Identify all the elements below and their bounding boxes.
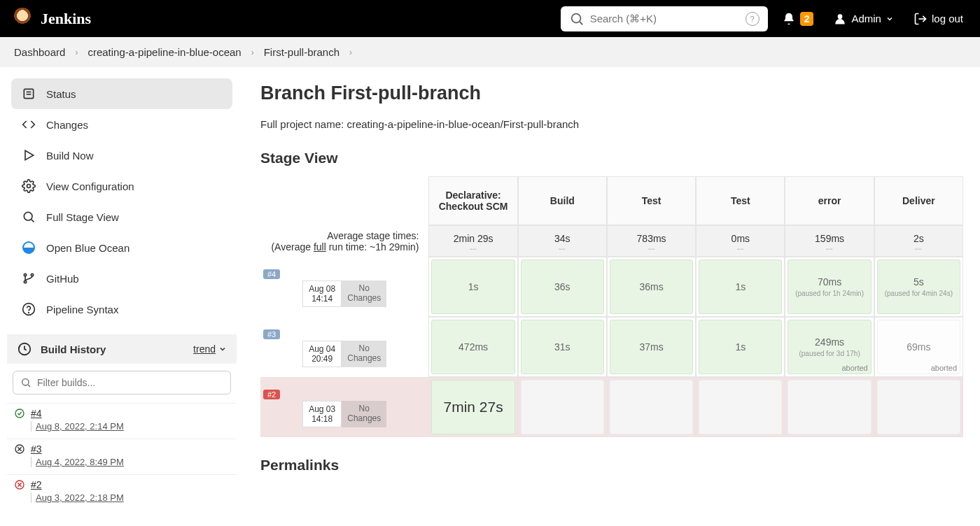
stage-cell[interactable]: 36ms	[607, 257, 696, 317]
average-row: Average stage times: (Average full run t…	[260, 225, 963, 257]
stage-cell[interactable]: 36s	[518, 257, 607, 317]
logout-button[interactable]: log out	[908, 12, 969, 26]
stage-header: Declarative: Checkout SCM	[428, 176, 517, 225]
breadcrumb-project[interactable]: creating-a-pipeline-in-blue-ocean	[88, 46, 241, 58]
avg-cell: 34s⎯⎯	[518, 225, 607, 257]
chevron-right-icon: ›	[251, 48, 254, 57]
stage-cell[interactable]	[696, 377, 785, 437]
user-menu[interactable]: Admin	[827, 12, 899, 26]
page-title: Branch First-pull-branch	[260, 83, 963, 104]
stage-cell[interactable]	[607, 377, 696, 437]
code-icon	[21, 117, 36, 132]
stage-run-row[interactable]: #3 Aug 0420:49NoChanges472ms31s37ms1s249…	[260, 317, 963, 377]
avg-cell: 159ms⎯⎯	[785, 225, 874, 257]
build-history-icon	[17, 341, 32, 357]
sidebar: Status Changes Build Now View Configurat…	[0, 67, 244, 521]
git-branch-icon	[21, 271, 36, 286]
build-date[interactable]: Aug 3, 2022, 2:18 PM	[31, 492, 230, 503]
sidebar-item-status[interactable]: Status	[11, 78, 232, 109]
sidebar-item-changes[interactable]: Changes	[11, 109, 232, 140]
build-history-row[interactable]: #3 Aug 4, 2022, 8:49 PM	[7, 439, 237, 474]
avg-label: Average stage times: (Average full run t…	[260, 225, 428, 257]
notifications-button[interactable]: 2	[776, 12, 820, 26]
stage-cell[interactable]: 1s	[696, 257, 785, 317]
run-label-cell[interactable]: #4 Aug 0814:14NoChanges	[260, 257, 428, 317]
stage-cell[interactable]: 472ms	[428, 317, 517, 377]
build-badge: #4	[263, 269, 280, 279]
stage-cell[interactable]: 31s	[518, 317, 607, 377]
stage-cell[interactable]: 7min 27s	[428, 377, 517, 437]
run-label-cell[interactable]: #2 Aug 0314:18NoChanges	[260, 377, 428, 437]
build-badge: #2	[263, 390, 280, 399]
sidebar-item-label: Full Stage View	[46, 211, 119, 223]
avg-cell: 783ms⎯⎯	[607, 225, 696, 257]
logo-area[interactable]: Jenkins	[11, 8, 91, 30]
stage-cell[interactable]: 70ms(paused for 1h 24min)	[785, 257, 874, 317]
stage-cell[interactable]	[785, 377, 874, 437]
filter-builds-box[interactable]	[13, 371, 231, 395]
svg-point-13	[24, 280, 26, 283]
stage-cell[interactable]	[518, 377, 607, 437]
search-box[interactable]: ?	[561, 6, 768, 31]
build-number-link[interactable]: #3	[31, 443, 42, 455]
build-history-title: Build History	[41, 343, 185, 355]
avg-cell: 0ms⎯⎯	[696, 225, 785, 257]
breadcrumb-bar: Dashboard › creating-a-pipeline-in-blue-…	[0, 37, 980, 67]
build-history-row[interactable]: #2 Aug 3, 2022, 2:18 PM	[7, 474, 237, 510]
sidebar-item-blue-ocean[interactable]: Open Blue Ocean	[11, 232, 232, 263]
svg-point-0	[571, 13, 580, 22]
help-icon	[21, 301, 36, 317]
sidebar-item-label: Build Now	[46, 150, 94, 162]
help-icon[interactable]: ?	[746, 12, 760, 26]
stage-cell[interactable]	[874, 377, 963, 437]
bell-icon	[782, 12, 796, 26]
stage-cell[interactable]: 249ms(paused for 3d 17h)aborted	[785, 317, 874, 377]
stage-run-row[interactable]: #2 Aug 0314:18NoChanges7min 27s	[260, 377, 963, 437]
stage-cell[interactable]: 1s	[696, 317, 785, 377]
sidebar-item-label: Open Blue Ocean	[46, 242, 130, 254]
build-date[interactable]: Aug 4, 2022, 8:49 PM	[31, 457, 230, 467]
build-badge: #3	[263, 329, 280, 339]
play-icon	[21, 148, 36, 163]
stage-view-title: Stage View	[260, 150, 963, 166]
sidebar-item-full-stage[interactable]: Full Stage View	[11, 201, 232, 232]
breadcrumb-branch[interactable]: First-pull-branch	[264, 46, 340, 58]
build-history-row[interactable]: #4 Aug 8, 2022, 2:14 PM	[7, 403, 237, 439]
breadcrumb-dashboard[interactable]: Dashboard	[14, 46, 65, 58]
stage-cell[interactable]: 1s	[428, 257, 517, 317]
blue-ocean-icon	[21, 240, 36, 255]
build-date[interactable]: Aug 8, 2022, 2:14 PM	[31, 421, 230, 432]
user-icon	[833, 12, 847, 26]
trend-link[interactable]: trend	[193, 343, 227, 355]
jenkins-logo-icon	[11, 8, 34, 30]
search-icon	[569, 11, 584, 27]
run-label-cell[interactable]: #3 Aug 0420:49NoChanges	[260, 317, 428, 377]
no-changes-badge: NoChanges	[342, 280, 386, 307]
stage-header: error	[785, 176, 874, 225]
sidebar-item-build-now[interactable]: Build Now	[11, 140, 232, 171]
filter-builds-input[interactable]	[37, 377, 223, 388]
stage-run-row[interactable]: #4 Aug 0814:14NoChanges1s36s36ms1s70ms(p…	[260, 257, 963, 317]
stage-header: Test	[696, 176, 785, 225]
sidebar-item-pipeline-syntax[interactable]: Pipeline Syntax	[11, 294, 232, 325]
stage-cell[interactable]: 37ms	[607, 317, 696, 377]
failed-icon	[14, 479, 25, 490]
chevron-right-icon: ›	[75, 48, 78, 57]
svg-point-19	[15, 409, 24, 418]
svg-point-2	[838, 14, 843, 19]
chevron-down-icon	[886, 15, 894, 23]
stage-cell[interactable]: 5s(paused for 4min 24s)	[874, 257, 963, 317]
search-input[interactable]	[590, 13, 740, 24]
build-number-link[interactable]: #2	[31, 479, 42, 490]
aborted-icon	[14, 443, 25, 455]
svg-point-9	[24, 212, 32, 220]
sidebar-item-github[interactable]: GitHub	[11, 263, 232, 294]
svg-point-11	[24, 273, 26, 276]
avg-cell: 2s⎯⎯	[874, 225, 963, 257]
stage-cell[interactable]: 69msaborted	[874, 317, 963, 377]
full-project-name: Full project name: creating-a-pipeline-i…	[260, 118, 963, 130]
user-name-label: Admin	[851, 13, 881, 24]
run-date: Aug 0420:49	[302, 341, 342, 367]
sidebar-item-view-config[interactable]: View Configuration	[11, 171, 232, 201]
build-number-link[interactable]: #4	[31, 408, 42, 419]
